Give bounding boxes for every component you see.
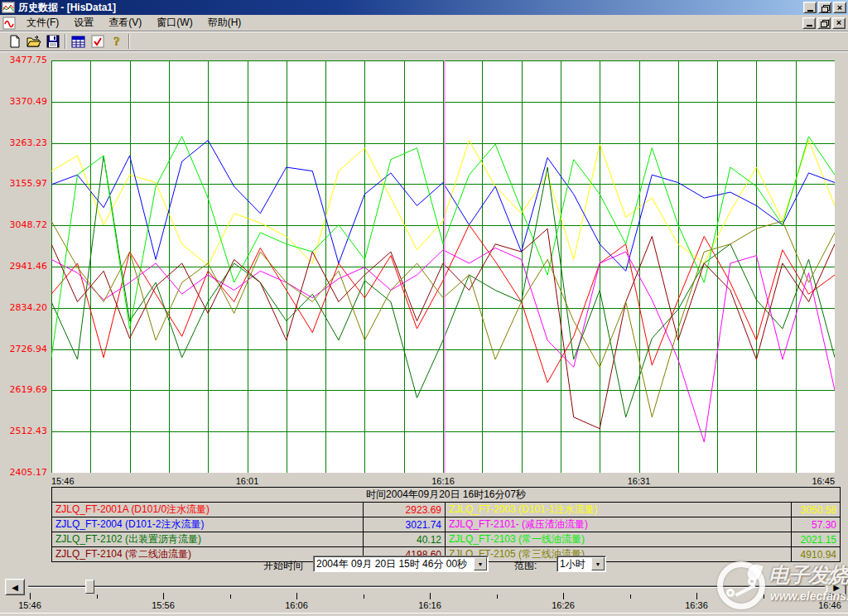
mdi-close-icon[interactable]: × — [832, 17, 846, 29]
y-axis-tick-label: 2726.94 — [0, 344, 47, 354]
app-trend-icon — [2, 2, 15, 13]
floppy-disk-icon — [46, 35, 60, 48]
tag-name: ZJLQ_FT-2102 (出装置沥青流量) — [52, 532, 364, 547]
legend-header-row: 时间2004年09月20日 16时16分07秒 — [52, 488, 841, 503]
menu-help[interactable]: 帮助(H) — [200, 14, 249, 31]
toolbar-separator — [65, 34, 66, 49]
timeline-minor-tick — [364, 594, 364, 599]
timeline-ticks: 15:4615:5616:0616:1616:2616:3616:46 — [0, 591, 848, 613]
mdi-minimize-icon[interactable] — [802, 17, 816, 29]
tag-value: 40.12 — [364, 532, 446, 547]
tag-value: 3050.58 — [792, 503, 841, 517]
timeline-tick-label: 16:16 — [418, 600, 441, 610]
help-button[interactable]: ? — [107, 32, 126, 51]
help-icon: ? — [111, 35, 123, 48]
timeline-minor-tick — [630, 594, 631, 599]
new-document-icon — [8, 35, 22, 48]
tag-value: 57.30 — [792, 517, 841, 532]
x-axis-tick-label: 16:01 — [236, 476, 259, 486]
timeline-major-tick — [296, 593, 297, 599]
cursor-time-label: 时间2004年09月20日 16时16分07秒 — [52, 488, 841, 503]
minimize-icon[interactable] — [803, 2, 817, 13]
new-document-button[interactable] — [5, 32, 24, 51]
menu-file[interactable]: 文件(F) — [19, 14, 66, 31]
start-time-value: 2004年 09月 20日 15时 46分 00秒 — [314, 557, 473, 571]
svg-text:?: ? — [113, 35, 120, 48]
app-window: 历史数据 - [HisData1] × 文件(F) 设置 查看(V) 窗口(W)… — [0, 0, 848, 616]
tag-value: 2021.15 — [792, 532, 841, 547]
save-button[interactable] — [43, 32, 62, 51]
timeline-minor-tick — [497, 594, 498, 599]
time-slider-track[interactable] — [28, 585, 825, 588]
legend-row: ZJLQ_FT-2102 (出装置沥青流量) 40.12 ZJLQ_FT-210… — [52, 532, 841, 547]
timeline-major-tick — [163, 593, 164, 599]
window-title: 历史数据 - [HisData1] — [18, 1, 803, 15]
tag-name: ZJLQ_FT-2001A (D101/0注水流量) — [52, 503, 364, 517]
toolbar: ? — [0, 31, 848, 51]
range-value: 1小时 — [557, 557, 590, 571]
y-axis-tick-label: 3370.49 — [0, 96, 47, 107]
tag-name: ZJLQ_FT-2101- (减压渣油流量) — [446, 517, 792, 532]
chevron-down-icon[interactable]: ▼ — [591, 557, 605, 570]
tag-value: 3021.74 — [364, 517, 446, 532]
timeline-tick-label: 15:56 — [152, 600, 175, 610]
x-axis-tick-label: 16:16 — [431, 476, 455, 486]
legend-row: ZJLQ_FT-2004 (D101-2注水流量) 3021.74 ZJLQ_F… — [52, 517, 841, 532]
timeline-tick-label: 16:46 — [818, 600, 841, 610]
timeline-tick-label: 16:36 — [685, 600, 708, 610]
y-axis-tick-label: 2619.69 — [0, 384, 47, 395]
table-icon — [71, 36, 85, 48]
chevron-down-icon[interactable]: ▼ — [474, 557, 487, 570]
trend-plot[interactable] — [51, 60, 835, 473]
pen-select-button[interactable] — [88, 32, 107, 51]
x-axis-tick-label: 16:31 — [628, 476, 651, 486]
timeline-minor-tick — [230, 594, 231, 599]
timeline-major-tick — [563, 593, 564, 599]
timeline-minor-tick — [97, 594, 98, 599]
timeline-major-tick — [830, 593, 831, 599]
timeline-tick-label: 16:26 — [552, 600, 575, 610]
right-arrow-icon: ▶ — [833, 583, 840, 592]
tag-name: ZJLQ_FT-2004 (D101-2注水流量) — [52, 517, 364, 532]
legend-table: 时间2004年09月20日 16时16分07秒 ZJLQ_FT-2001A (D… — [51, 487, 841, 562]
chart-area: 3477.753370.493263.233155.973048.722941.… — [0, 51, 848, 485]
y-axis-tick-label: 2405.17 — [0, 467, 47, 478]
y-axis-tick-label: 3155.97 — [0, 178, 47, 189]
y-axis-tick-label: 3477.75 — [0, 55, 47, 65]
timeline-minor-tick — [764, 594, 764, 599]
start-time-label: 开始时间 — [263, 559, 303, 573]
menu-bar: 文件(F) 设置 查看(V) 窗口(W) 帮助(H) × — [0, 15, 848, 31]
y-axis-tick-label: 2834.20 — [0, 302, 47, 313]
checkbox-icon — [91, 35, 104, 48]
menu-settings[interactable]: 设置 — [66, 14, 101, 31]
x-axis-tick-label: 16:45 — [812, 476, 835, 486]
timeline-major-tick — [430, 593, 431, 599]
left-arrow-icon: ◀ — [12, 583, 18, 592]
menu-view[interactable]: 查看(V) — [101, 14, 149, 31]
timeline-tick-label: 15:46 — [18, 600, 41, 610]
window-bottom-frame — [0, 613, 848, 616]
y-axis-tick-label: 2512.43 — [0, 426, 47, 436]
tag-name: ZJLQ_FT-2103 (常一线油流量) — [446, 532, 792, 547]
title-bar: 历史数据 - [HisData1] × — [0, 0, 848, 15]
timeline-tick-label: 16:06 — [285, 600, 308, 610]
toolbar-separator — [128, 34, 130, 49]
document-trend-icon[interactable] — [2, 17, 16, 30]
range-label: 范围: — [514, 559, 537, 573]
y-axis-tick-label: 2941.46 — [0, 261, 47, 272]
start-time-combobox[interactable]: 2004年 09月 20日 15时 46分 00秒 ▼ — [313, 556, 489, 572]
x-axis-tick-label: 15:46 — [51, 476, 75, 486]
open-folder-icon — [26, 35, 41, 48]
restore-icon[interactable] — [818, 2, 831, 13]
timeline-major-tick — [30, 593, 31, 599]
open-file-button[interactable] — [24, 32, 43, 51]
mdi-restore-icon[interactable] — [817, 17, 831, 29]
table-view-button[interactable] — [69, 32, 88, 51]
menu-window[interactable]: 窗口(W) — [149, 14, 200, 31]
range-combobox[interactable]: 1小时 ▼ — [556, 556, 606, 572]
close-icon[interactable]: × — [833, 2, 846, 13]
y-axis-tick-label: 3263.23 — [0, 137, 47, 148]
tag-name: ZJLQ_FT-2003 (D101-1注水流量) — [446, 503, 792, 517]
controls-row: 开始时间 2004年 09月 20日 15时 46分 00秒 ▼ 范围: 1小时… — [0, 555, 848, 576]
legend-row: ZJLQ_FT-2001A (D101/0注水流量) 2923.69 ZJLQ_… — [52, 503, 841, 517]
